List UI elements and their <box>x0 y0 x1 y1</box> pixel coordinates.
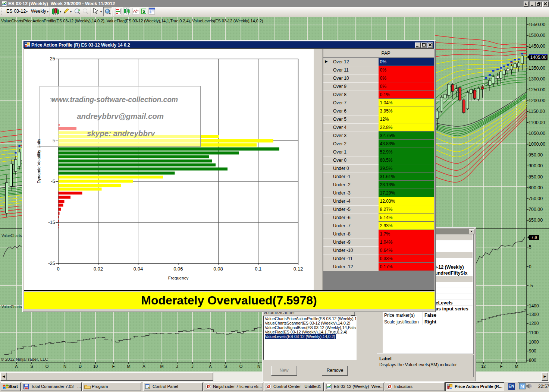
svg-text:M: M <box>520 384 524 389</box>
svg-text:$: $ <box>142 9 145 13</box>
